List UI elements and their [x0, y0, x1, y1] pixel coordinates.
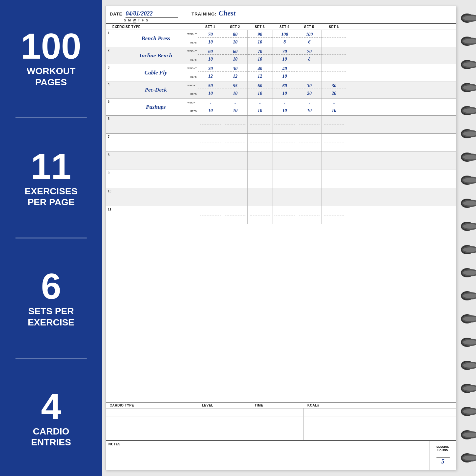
cardio-row	[106, 408, 456, 416]
dash-line	[225, 179, 246, 179]
set-cell: 3020	[322, 81, 346, 98]
weight-value: -	[322, 100, 346, 106]
set-cell	[297, 206, 322, 224]
cardio-cell	[303, 408, 456, 416]
weight-value: —	[322, 32, 346, 38]
weight-value: —	[297, 66, 322, 72]
dash-line	[324, 125, 345, 125]
weight-value: 30	[198, 66, 223, 72]
set-cell	[247, 188, 272, 206]
dash-line	[225, 215, 246, 215]
weight-value: 60	[198, 49, 223, 55]
weight-value: 30	[223, 66, 247, 72]
set-cell	[247, 152, 272, 170]
cardio-cell	[303, 432, 456, 440]
coil-17	[461, 384, 473, 393]
training-section: TRAINING: Chest	[191, 9, 236, 17]
dash-line	[225, 197, 246, 197]
exercise-name: Incline Bench	[114, 52, 198, 59]
reps-value: 10	[198, 40, 223, 45]
set-cell: 708	[297, 47, 322, 64]
col-set3: SET 3	[247, 25, 272, 29]
set-cell	[223, 188, 247, 206]
weight-value: -	[248, 100, 272, 106]
sets-number: 6	[28, 268, 74, 304]
stat-sets: 6 SETS PEREXERCISE	[28, 268, 74, 328]
coil-4	[461, 83, 473, 92]
set-cell: -10	[198, 98, 223, 115]
set-cell: 6010	[223, 47, 247, 64]
dash-line	[324, 161, 345, 161]
weight-reps-labels: WEIGHTREPS	[187, 64, 197, 81]
exercise-row: 9	[106, 170, 456, 188]
set-cell	[297, 134, 322, 152]
reps-label: REPS	[187, 93, 197, 95]
weight-value: 70	[272, 49, 297, 55]
row-number: 10	[108, 189, 111, 193]
reps-value: 10	[248, 57, 272, 62]
reps-value: 10	[198, 108, 223, 113]
reps-value: 10	[272, 74, 297, 79]
weight-value: -	[198, 100, 223, 106]
set-cell: -10	[247, 98, 272, 115]
dash-line	[274, 143, 295, 143]
reps-value: —	[322, 40, 346, 45]
row-number: 1	[108, 31, 110, 35]
set-cell: -10	[322, 98, 346, 115]
left-panel: 100 WORKOUTPAGES 11 EXERCISESPER PAGE 6 …	[0, 0, 102, 476]
dash-line	[250, 161, 270, 161]
weight-reps-labels: WEIGHTREPS	[187, 47, 197, 64]
dash-line	[250, 143, 270, 143]
exercise-name-cell: 6	[106, 116, 198, 133]
set-cell	[198, 206, 223, 224]
cardio-row	[106, 424, 456, 432]
reps-value: 10	[272, 91, 297, 96]
exercise-name: Bench Press	[114, 35, 198, 42]
notes-area: NOTES	[106, 441, 430, 470]
set-cell	[272, 188, 297, 206]
reps-value: 10	[223, 108, 247, 113]
exercise-name-cell: 4Pec-DeckWEIGHTREPS	[106, 81, 198, 98]
coil-12	[461, 268, 473, 277]
cardio-label: CARDIOENTRIES	[31, 426, 71, 448]
row-number: 3	[108, 66, 110, 69]
reps-label: REPS	[187, 59, 197, 61]
exercise-row: 4Pec-DeckWEIGHTREPS501055106010601030203…	[106, 81, 456, 98]
coil-5	[461, 106, 473, 115]
set-cell: 6010	[198, 47, 223, 64]
exercise-rows: 1Bench PressWEIGHTREPS701080109010100810…	[106, 30, 456, 402]
weight-label: WEIGHT	[187, 101, 197, 104]
dash-line	[250, 125, 270, 125]
dash-line	[299, 179, 320, 179]
set-cell	[322, 188, 346, 206]
notes-section: NOTES SESSIONRATING 5	[106, 440, 456, 470]
reps-label: REPS	[187, 110, 197, 112]
coil-7	[461, 153, 473, 162]
set-cell	[322, 206, 346, 224]
stat-cardio: 4 CARDIOENTRIES	[31, 388, 71, 448]
set-cell	[223, 206, 247, 224]
set-cell	[198, 188, 223, 206]
dash-line	[299, 161, 320, 161]
dash-line	[200, 161, 221, 161]
reps-value: 8	[272, 40, 297, 45]
weight-value: 30	[297, 83, 322, 89]
dash-line	[274, 125, 295, 125]
reps-value: 10	[223, 91, 247, 96]
set-cell	[198, 152, 223, 170]
dash-line	[274, 161, 295, 161]
set-cell: 5510	[223, 81, 247, 98]
col-exercise: EXERCISE TYPE	[106, 25, 198, 29]
cardio-cell	[303, 424, 456, 432]
weight-value: 60	[248, 83, 272, 89]
coil-15	[461, 338, 473, 347]
set-cell: 9010	[247, 30, 272, 47]
set-cell	[272, 170, 297, 188]
dash-line	[324, 215, 345, 215]
col-set4: SET 4	[272, 25, 297, 29]
days-row: S M W T F S	[110, 18, 452, 22]
weight-value: 70	[198, 32, 223, 38]
set-cell	[272, 116, 297, 133]
cardio-cell	[251, 408, 303, 416]
day-M: M	[128, 18, 131, 22]
